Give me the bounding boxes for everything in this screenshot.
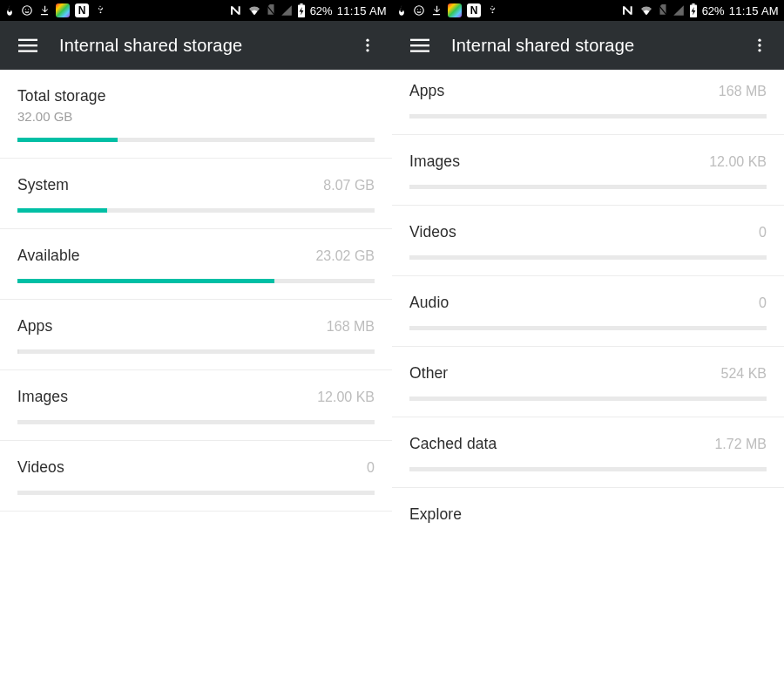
svg-point-2 [28,9,29,10]
svg-rect-20 [410,51,429,52]
app-toolbar: Internal shared storage [392,21,784,70]
svg-rect-6 [18,39,37,41]
usage-bar [17,279,375,283]
row-label: Cached data [409,435,497,453]
storage-list: Total storage 32.00 GB System 8.07 GB Av… [0,70,392,698]
battery-charging-icon [689,3,698,17]
row-value: 23.02 GB [315,248,375,264]
row-other[interactable]: Other 524 KB [392,347,784,417]
row-audio[interactable]: Audio 0 [392,276,784,347]
hamburger-menu-button[interactable] [7,24,49,66]
usage-bar [17,208,375,213]
row-value: 168 MB [327,319,375,335]
svg-rect-7 [18,44,37,46]
hamburger-menu-button[interactable] [399,24,441,66]
overflow-menu-button[interactable] [347,24,389,66]
row-videos[interactable]: Videos 0 [392,206,784,276]
hamburger-icon [18,36,37,55]
row-label: Videos [17,458,64,477]
download-icon [38,4,51,17]
svg-point-10 [366,44,368,46]
phone-right: N 62% 11:15 AM Internal shared storage [392,0,784,698]
battery-percent: 62% [702,4,725,17]
row-videos[interactable]: Videos 0 [0,441,392,512]
flame-icon [3,4,16,17]
toolbar-title: Internal shared storage [49,36,347,56]
no-sim-icon [266,4,276,17]
nfc-icon [621,4,635,17]
svg-point-21 [758,39,760,42]
more-vert-icon [359,37,376,54]
row-label: Total storage [17,87,106,105]
usage-bar [409,326,767,330]
more-vert-icon [751,37,768,54]
usage-bar [409,467,767,471]
flame-icon [395,4,408,17]
row-images[interactable]: Images 12.00 KB [392,135,784,206]
row-apps[interactable]: Apps 168 MB [0,300,392,370]
status-time: 11:15 AM [337,4,387,17]
status-time: 11:15 AM [729,4,779,17]
row-label: Available [17,247,80,265]
row-label: Images [17,388,68,406]
row-value: 12.00 KB [317,390,375,405]
row-explore[interactable]: Explore [392,488,784,539]
row-label: System [17,176,69,194]
svg-point-0 [23,6,32,16]
row-label: Images [409,152,460,171]
row-label: Explore [409,505,462,524]
row-available[interactable]: Available 23.02 GB [0,229,392,300]
row-value: 0 [367,460,375,476]
hamburger-icon [410,36,429,55]
row-system[interactable]: System 8.07 GB [0,159,392,229]
circle-dots-icon [21,4,33,17]
row-value: 1.72 MB [714,437,767,452]
usage-bar [17,420,375,424]
usb-icon [486,4,498,17]
svg-point-13 [417,9,418,10]
status-bar: N 62% 11:15 AM [392,0,784,21]
cell-signal-icon [280,4,293,17]
usage-bar [17,349,375,354]
usage-bar [409,255,767,260]
usb-icon [94,4,106,17]
usage-bar [409,396,767,401]
svg-rect-18 [410,39,429,41]
row-peek [0,512,392,529]
row-apps[interactable]: Apps 168 MB [392,70,784,135]
app-icon-n: N [75,3,89,17]
row-images[interactable]: Images 12.00 KB [0,370,392,441]
row-label: Other [409,364,448,383]
row-subtext: 32.00 GB [17,109,375,124]
usage-bar [409,114,767,119]
app-toolbar: Internal shared storage [0,21,392,70]
overflow-menu-button[interactable] [739,24,781,66]
app-icon-n: N [467,3,481,17]
row-value: 524 KB [721,366,767,382]
row-value: 12.00 KB [709,154,767,170]
svg-point-1 [25,9,26,10]
svg-point-14 [420,9,421,10]
app-icon-rainbow [56,3,70,17]
row-value: 8.07 GB [323,178,375,193]
wifi-icon [639,4,653,17]
usage-bar [17,491,375,495]
svg-point-11 [366,49,368,51]
row-cached-data[interactable]: Cached data 1.72 MB [392,417,784,488]
storage-list: Apps 168 MB Images 12.00 KB Videos 0 [392,70,784,698]
app-icon-rainbow [448,3,462,17]
row-total-storage[interactable]: Total storage 32.00 GB [0,70,392,159]
row-value: 0 [759,225,767,241]
row-label: Apps [409,82,444,100]
row-label: Videos [409,223,456,241]
svg-point-23 [758,49,760,51]
download-icon [430,4,443,17]
status-bar: N 62% 11:15 AM [0,0,392,21]
toolbar-title: Internal shared storage [441,36,739,56]
svg-point-22 [758,44,760,46]
battery-percent: 62% [310,4,333,17]
row-label: Audio [409,294,449,312]
nfc-icon [229,4,243,17]
no-sim-icon [658,4,668,17]
svg-rect-8 [18,51,37,52]
